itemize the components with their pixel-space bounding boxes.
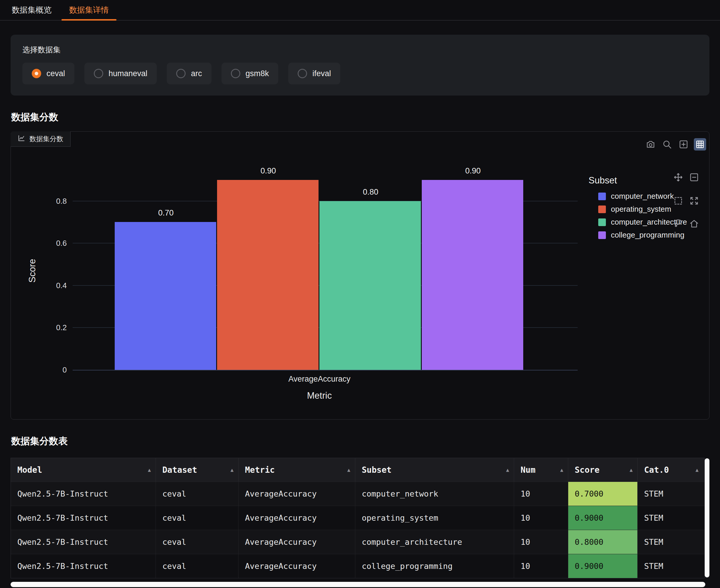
legend-swatch bbox=[598, 218, 606, 226]
dataset-selector-title: 选择数据集 bbox=[22, 45, 698, 55]
radio-icon bbox=[94, 69, 103, 78]
zoom-icon[interactable] bbox=[661, 138, 673, 150]
cell-metric: AverageAccuracy bbox=[239, 530, 355, 554]
chart-panel-tab[interactable]: 数据集分数 bbox=[11, 131, 70, 147]
sort-icon[interactable]: ▲ bbox=[506, 467, 509, 473]
table-header-cat-0[interactable]: Cat.0▲ bbox=[638, 458, 703, 482]
table-row: Qwen2.5-7B-InstructcevalAverageAccuracyc… bbox=[11, 530, 704, 554]
dataset-option-ifeval[interactable]: ifeval bbox=[288, 63, 340, 84]
x-category-label: AverageAccuracy bbox=[115, 375, 524, 384]
cell-subset: college_programming bbox=[355, 554, 514, 578]
y-tick-label: 0.2 bbox=[32, 323, 67, 332]
sort-icon[interactable]: ▲ bbox=[347, 467, 350, 473]
table-body: Qwen2.5-7B-InstructcevalAverageAccuracyc… bbox=[11, 482, 704, 578]
bar-value-label: 0.80 bbox=[320, 188, 422, 197]
dataset-option-label: gsm8k bbox=[246, 69, 269, 78]
table-header-num[interactable]: Num▲ bbox=[514, 458, 568, 482]
sort-icon[interactable]: ▲ bbox=[231, 467, 233, 473]
cell-num: 10 bbox=[514, 506, 568, 530]
zoom-out-icon[interactable] bbox=[689, 172, 699, 183]
score-value: 0.9000 bbox=[568, 506, 637, 530]
bar-value-label: 0.90 bbox=[217, 166, 320, 175]
chart-panel-tab-label: 数据集分数 bbox=[29, 134, 63, 144]
legend-label: college_programming bbox=[611, 231, 684, 239]
y-tick-label: 0.4 bbox=[32, 281, 67, 290]
cell-dataset: ceval bbox=[156, 506, 239, 530]
score-value: 0.8000 bbox=[568, 530, 637, 554]
home-icon[interactable] bbox=[689, 218, 699, 229]
zoom-in-icon[interactable] bbox=[677, 138, 690, 150]
y-tick-label: 0.8 bbox=[32, 196, 67, 206]
bar-computer_network bbox=[115, 222, 216, 370]
table-header-subset[interactable]: Subset▲ bbox=[355, 458, 514, 482]
bar-value-label: 0.90 bbox=[422, 166, 524, 175]
plot-modebar bbox=[644, 138, 706, 150]
legend-swatch bbox=[598, 206, 606, 213]
score-value: 0.7000 bbox=[568, 482, 637, 506]
cell-cat0: STEM bbox=[638, 506, 703, 530]
sort-icon[interactable]: ▲ bbox=[696, 467, 699, 473]
app-root: { "accent": "#ed7124", "tabs": { "items"… bbox=[0, 0, 720, 588]
dataset-option-gsm8k[interactable]: gsm8k bbox=[222, 63, 279, 84]
table-row: Qwen2.5-7B-InstructcevalAverageAccuracyo… bbox=[11, 506, 704, 530]
line-chart-icon bbox=[18, 134, 25, 144]
cell-model: Qwen2.5-7B-Instruct bbox=[11, 482, 156, 506]
vertical-scrollbar[interactable] bbox=[705, 458, 709, 578]
legend-title: Subset bbox=[589, 175, 687, 186]
sort-icon[interactable]: ▲ bbox=[560, 467, 563, 473]
sort-icon[interactable]: ▲ bbox=[630, 467, 633, 473]
y-tick-label: 0 bbox=[32, 365, 67, 375]
table-header-dataset[interactable]: Dataset▲ bbox=[156, 458, 239, 482]
autoscale-icon[interactable] bbox=[689, 195, 699, 206]
dataset-option-label: arc bbox=[191, 69, 202, 78]
cell-metric: AverageAccuracy bbox=[239, 554, 355, 578]
cell-subset: computer_network bbox=[355, 482, 514, 506]
bar-computer_architecture bbox=[320, 201, 421, 370]
table-header-score[interactable]: Score▲ bbox=[568, 458, 638, 482]
dataset-radio-group: cevalhumanevalarcgsm8kifeval bbox=[22, 63, 698, 84]
dataset-option-humaneval[interactable]: humaneval bbox=[84, 63, 157, 84]
dataset-option-arc[interactable]: arc bbox=[167, 63, 211, 84]
column-label: Model bbox=[17, 465, 42, 475]
scores-table: Model▲Dataset▲Metric▲Subset▲Num▲Score▲Ca… bbox=[11, 458, 705, 578]
legend-item-college_programming[interactable]: college_programming bbox=[598, 231, 687, 239]
x-axis-line bbox=[73, 370, 578, 371]
legend-swatch bbox=[598, 231, 606, 239]
cell-score: 0.8000 bbox=[568, 530, 638, 554]
cell-cat0: STEM bbox=[638, 482, 703, 506]
cell-subset: computer_architecture bbox=[355, 530, 514, 554]
lasso-icon[interactable] bbox=[673, 218, 683, 228]
dataset-option-ceval[interactable]: ceval bbox=[22, 63, 75, 84]
box-select-icon[interactable] bbox=[673, 195, 683, 206]
cell-num: 10 bbox=[514, 530, 568, 554]
dataset-option-label: ifeval bbox=[312, 69, 331, 78]
sort-icon[interactable]: ▲ bbox=[148, 467, 151, 473]
table-view-icon[interactable] bbox=[694, 138, 706, 150]
cell-subset: operating_system bbox=[355, 506, 514, 530]
legend-items: computer_networkoperating_systemcomputer… bbox=[589, 192, 687, 239]
table-row: Qwen2.5-7B-InstructcevalAverageAccuracyc… bbox=[11, 482, 704, 506]
horizontal-scrollbar[interactable] bbox=[11, 582, 705, 587]
chart-section-title: 数据集分数 bbox=[11, 111, 720, 124]
x-axis-title: Metric bbox=[115, 391, 524, 401]
top-tab[interactable]: 数据集概览 bbox=[3, 0, 60, 20]
dataset-selector-panel: 选择数据集 cevalhumanevalarcgsm8kifeval bbox=[11, 35, 709, 96]
bar-operating_system bbox=[217, 180, 318, 370]
cell-metric: AverageAccuracy bbox=[239, 506, 355, 530]
dataset-option-label: humaneval bbox=[108, 69, 147, 78]
top-tab-bar: 数据集概览数据集详情 bbox=[0, 0, 720, 21]
column-label: Num bbox=[520, 465, 536, 475]
legend-label: operating_system bbox=[611, 205, 671, 214]
table-row: Qwen2.5-7B-InstructcevalAverageAccuracyc… bbox=[11, 554, 704, 578]
column-label: Score bbox=[575, 465, 599, 475]
camera-icon[interactable] bbox=[644, 138, 657, 150]
cell-num: 10 bbox=[514, 554, 568, 578]
column-label: Subset bbox=[362, 465, 391, 475]
pan-icon[interactable] bbox=[673, 172, 683, 183]
radio-icon bbox=[32, 69, 41, 78]
cell-dataset: ceval bbox=[156, 554, 239, 578]
table-header-metric[interactable]: Metric▲ bbox=[239, 458, 355, 482]
cell-model: Qwen2.5-7B-Instruct bbox=[11, 554, 156, 578]
table-header-model[interactable]: Model▲ bbox=[11, 458, 156, 482]
top-tab[interactable]: 数据集详情 bbox=[60, 0, 118, 20]
